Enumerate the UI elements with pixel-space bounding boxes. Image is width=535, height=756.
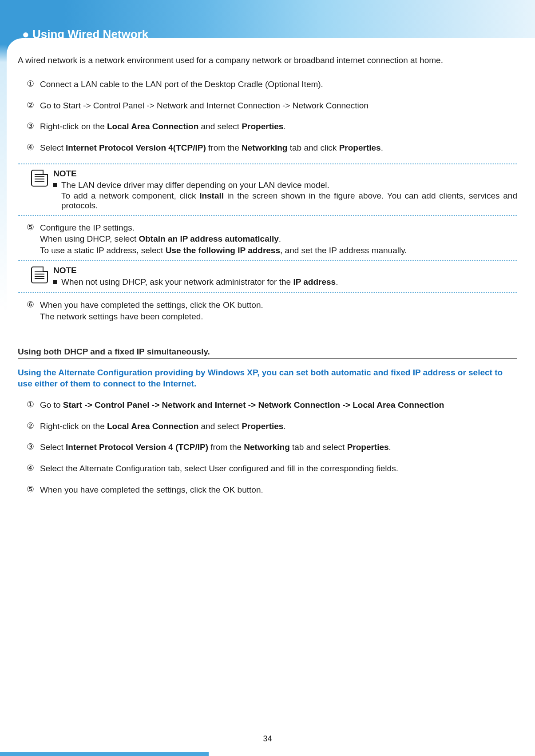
step-body: Connect a LAN cable to the LAN port of t…	[40, 79, 517, 90]
step-2: ② Go to Start -> Control Panel -> Networ…	[27, 100, 517, 111]
steps-list-2: ① Go to Start -> Control Panel -> Networ…	[18, 399, 517, 495]
intro-paragraph: A wired network is a network environment…	[18, 56, 517, 65]
step-body: When you have completed the settings, cl…	[40, 484, 517, 496]
note-box-1: NOTE The LAN device driver may differ de…	[18, 163, 517, 216]
note-body: NOTE When not using DHCP, ask your netwo…	[53, 266, 517, 288]
step-body: Configure the IP settings. When using DH…	[40, 222, 517, 256]
page-content: A wired network is a network environment…	[0, 56, 535, 495]
step-body: When you have completed the settings, cl…	[40, 299, 517, 322]
square-bullet-icon	[53, 183, 57, 187]
step-marker: ①	[27, 399, 34, 410]
note-bullet: The LAN device driver may differ dependi…	[53, 180, 517, 190]
step-body: Right-click on the Local Area Connection…	[40, 421, 517, 432]
section-dhcp-fixed: Using both DHCP and a fixed IP simultane…	[18, 347, 517, 495]
sec2-step-2: ② Right-click on the Local Area Connecti…	[27, 421, 517, 432]
step-marker: ③	[27, 121, 34, 131]
step-marker: ⑥	[27, 299, 34, 310]
sec2-step-1: ① Go to Start -> Control Panel -> Networ…	[27, 399, 517, 411]
step-marker: ②	[27, 421, 34, 431]
header-band: ● Using Wired Network	[0, 0, 535, 62]
steps-list-contd2: ⑥ When you have completed the settings, …	[18, 299, 517, 322]
step-marker: ③	[27, 442, 34, 452]
note-body: NOTE The LAN device driver may differ de…	[53, 169, 517, 211]
note-icon	[31, 267, 48, 283]
step-body: Go to Start -> Control Panel -> Network …	[40, 100, 517, 111]
note-icon	[31, 170, 48, 187]
bottom-accent-bar	[0, 752, 209, 756]
step-marker: ②	[27, 100, 34, 110]
step-body: Select Internet Protocol Version 4(TCP/I…	[40, 142, 517, 154]
note-bullet: When not using DHCP, ask your network ad…	[53, 277, 517, 287]
step-marker: ④	[27, 142, 34, 152]
step-marker: ⑤	[27, 222, 34, 232]
step-body: Right-click on the Local Area Connection…	[40, 121, 517, 132]
sec2-step-5: ⑤ When you have completed the settings, …	[27, 484, 517, 496]
note-box-2: NOTE When not using DHCP, ask your netwo…	[18, 260, 517, 293]
square-bullet-icon	[53, 280, 57, 284]
step-5: ⑤ Configure the IP settings. When using …	[27, 222, 517, 256]
step-body: Select Internet Protocol Version 4 (TCP/…	[40, 442, 517, 453]
step-6: ⑥ When you have completed the settings, …	[27, 299, 517, 322]
note-subtext: To add a network component, click Instal…	[53, 191, 517, 211]
subsection-heading: Using both DHCP and a fixed IP simultane…	[18, 347, 517, 359]
subsection-intro: Using the Alternate Configuration provid…	[18, 367, 517, 390]
step-1: ① Connect a LAN cable to the LAN port of…	[27, 79, 517, 90]
step-marker: ⑤	[27, 484, 34, 494]
note-label: NOTE	[53, 169, 517, 179]
steps-list-contd: ⑤ Configure the IP settings. When using …	[18, 222, 517, 256]
note-label: NOTE	[53, 266, 517, 275]
step-4: ④ Select Internet Protocol Version 4(TCP…	[27, 142, 517, 154]
page-number: 34	[0, 734, 535, 744]
step-body: Select the Alternate Configuration tab, …	[40, 463, 517, 474]
sec2-step-3: ③ Select Internet Protocol Version 4 (TC…	[27, 442, 517, 453]
step-marker: ①	[27, 79, 34, 89]
step-body: Go to Start -> Control Panel -> Network …	[40, 399, 517, 411]
steps-list: ① Connect a LAN cable to the LAN port of…	[18, 79, 517, 154]
sec2-step-4: ④ Select the Alternate Configuration tab…	[27, 463, 517, 474]
step-marker: ④	[27, 463, 34, 473]
step-3: ③ Right-click on the Local Area Connecti…	[27, 121, 517, 132]
